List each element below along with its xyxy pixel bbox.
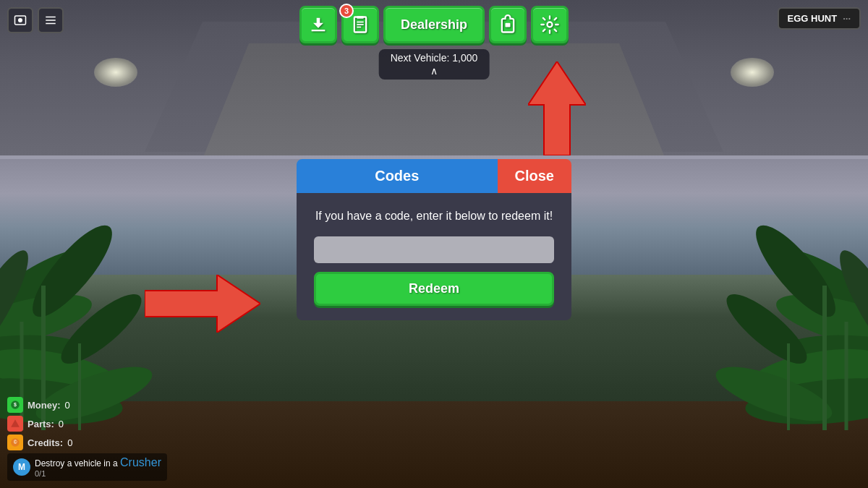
- parts-icon: [7, 416, 23, 432]
- svg-marker-37: [528, 61, 586, 155]
- credits-label: Credits:: [27, 437, 63, 448]
- quest-row: M Destroy a vehicle in a Crusher 0/1: [7, 453, 167, 481]
- quest-icon: M: [13, 458, 30, 476]
- credits-icon: ©: [7, 435, 23, 450]
- menu-button[interactable]: [38, 7, 64, 33]
- modal-description: If you have a code, enter it below to re…: [314, 207, 554, 225]
- screenshot-button[interactable]: [7, 7, 33, 33]
- parts-value: 0: [59, 419, 64, 429]
- money-label: Money:: [27, 400, 61, 411]
- chevron-down-icon[interactable]: ∧: [391, 65, 478, 77]
- close-button[interactable]: Close: [498, 159, 571, 193]
- credits-value: 0: [67, 437, 72, 448]
- red-arrow-up: [528, 61, 586, 158]
- svg-marker-41: [11, 419, 20, 427]
- svg-text:$: $: [14, 402, 17, 408]
- dealership-button[interactable]: Dealership: [383, 6, 485, 43]
- parts-stat: Parts: 0: [7, 416, 167, 432]
- money-stat: $ Money: 0: [7, 397, 167, 413]
- next-vehicle-text: Next Vehicle: 1,000: [391, 52, 478, 64]
- top-left-controls: [7, 7, 64, 33]
- modal-header: Codes Close: [297, 159, 571, 193]
- quest-text: Destroy a vehicle in a: [35, 458, 120, 468]
- redeem-button[interactable]: Redeem: [314, 272, 554, 306]
- modal-body: If you have a code, enter it below to re…: [297, 193, 571, 320]
- codes-modal: Codes Close If you have a code, enter it…: [297, 159, 571, 320]
- money-value: 0: [65, 400, 70, 411]
- ceiling-light-right: [731, 58, 774, 87]
- quest-description: Destroy a vehicle in a Crusher 0/1: [35, 456, 161, 478]
- bottom-stats: $ Money: 0 Parts: 0 © Credits: 0 M Destr…: [7, 397, 167, 481]
- codes-tab[interactable]: Codes: [297, 159, 498, 193]
- backpack-button[interactable]: [489, 6, 527, 43]
- svg-marker-38: [145, 275, 260, 333]
- red-arrow-right: [145, 275, 260, 335]
- next-vehicle-bar: Next Vehicle: 1,000 ∧: [379, 49, 490, 80]
- svg-rect-31: [357, 16, 363, 19]
- plants-right: [629, 141, 868, 430]
- credits-stat: © Credits: 0: [7, 435, 167, 450]
- top-bar: 3 Dealership: [299, 6, 569, 43]
- quest-progress: 0/1: [35, 469, 161, 478]
- egg-hunt-button[interactable]: EGG HUNT ···: [778, 7, 861, 30]
- svg-rect-28: [46, 23, 56, 25]
- svg-point-25: [18, 18, 22, 22]
- svg-text:©: ©: [14, 440, 17, 445]
- svg-point-36: [548, 22, 553, 27]
- ceiling-light-left: [94, 58, 137, 87]
- svg-rect-27: [46, 20, 56, 21]
- egg-hunt-more-icon: ···: [843, 13, 851, 24]
- svg-rect-35: [506, 23, 511, 27]
- svg-rect-29: [312, 30, 326, 31]
- parts-label: Parts:: [27, 419, 54, 429]
- tasks-badge: 3: [339, 4, 354, 18]
- money-icon: $: [7, 397, 23, 413]
- download-button[interactable]: [299, 6, 337, 43]
- quest-highlight: Crusher: [120, 456, 161, 468]
- settings-button[interactable]: [531, 6, 569, 43]
- tasks-button[interactable]: 3: [341, 6, 379, 43]
- svg-rect-26: [46, 17, 56, 18]
- code-input[interactable]: [314, 236, 554, 263]
- egg-hunt-label: EGG HUNT: [788, 13, 838, 24]
